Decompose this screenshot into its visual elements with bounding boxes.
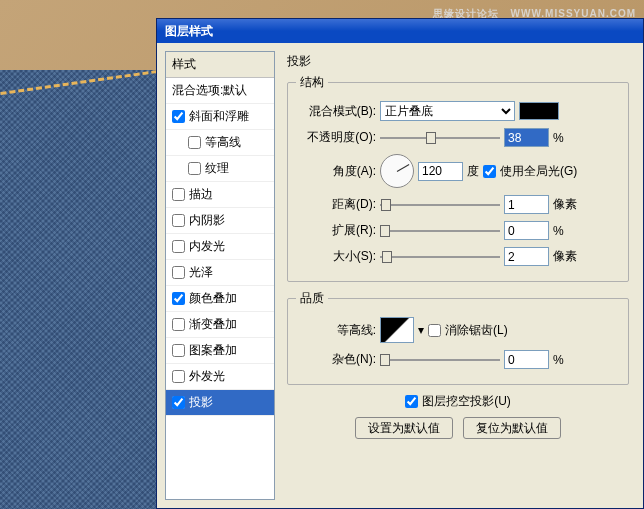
size-label: 大小(S): bbox=[296, 248, 376, 265]
style-item-label: 投影 bbox=[189, 394, 213, 411]
shadow-color-swatch[interactable] bbox=[519, 102, 559, 120]
size-input[interactable] bbox=[504, 247, 549, 266]
style-item-label: 内阴影 bbox=[189, 212, 225, 229]
style-item-5[interactable]: 内发光 bbox=[166, 234, 274, 260]
blend-options-label: 混合选项:默认 bbox=[172, 82, 247, 99]
opacity-slider[interactable] bbox=[380, 130, 500, 146]
style-checkbox[interactable] bbox=[172, 214, 185, 227]
blend-options-row[interactable]: 混合选项:默认 bbox=[166, 78, 274, 104]
style-checkbox[interactable] bbox=[172, 266, 185, 279]
antialias-label: 消除锯齿(L) bbox=[445, 322, 508, 339]
knockout-label: 图层挖空投影(U) bbox=[422, 393, 511, 410]
style-item-9[interactable]: 图案叠加 bbox=[166, 338, 274, 364]
style-item-label: 纹理 bbox=[205, 160, 229, 177]
style-item-label: 描边 bbox=[189, 186, 213, 203]
jean-texture bbox=[0, 70, 160, 509]
dialog-title: 图层样式 bbox=[165, 24, 213, 38]
opacity-unit: % bbox=[553, 131, 564, 145]
contour-picker[interactable] bbox=[380, 317, 414, 343]
dialog-content: 样式 混合选项:默认 斜面和浮雕等高线纹理描边内阴影内发光光泽颜色叠加渐变叠加图… bbox=[157, 43, 643, 508]
spread-input[interactable] bbox=[504, 221, 549, 240]
style-item-7[interactable]: 颜色叠加 bbox=[166, 286, 274, 312]
style-item-6[interactable]: 光泽 bbox=[166, 260, 274, 286]
angle-input[interactable] bbox=[418, 162, 463, 181]
size-slider[interactable] bbox=[380, 249, 500, 265]
distance-label: 距离(D): bbox=[296, 196, 376, 213]
knockout-checkbox[interactable]: 图层挖空投影(U) bbox=[405, 393, 511, 410]
panel-title: 投影 bbox=[287, 53, 629, 70]
chevron-down-icon[interactable]: ▾ bbox=[418, 323, 424, 337]
style-checkbox[interactable] bbox=[172, 344, 185, 357]
angle-dial[interactable] bbox=[380, 154, 414, 188]
style-item-label: 外发光 bbox=[189, 368, 225, 385]
styles-header[interactable]: 样式 bbox=[166, 52, 274, 78]
opacity-label: 不透明度(O): bbox=[296, 129, 376, 146]
make-default-button[interactable]: 设置为默认值 bbox=[355, 417, 453, 439]
layer-style-dialog: 图层样式 样式 混合选项:默认 斜面和浮雕等高线纹理描边内阴影内发光光泽颜色叠加… bbox=[156, 18, 644, 509]
spread-label: 扩展(R): bbox=[296, 222, 376, 239]
style-checkbox[interactable] bbox=[172, 110, 185, 123]
noise-label: 杂色(N): bbox=[296, 351, 376, 368]
style-item-11[interactable]: 投影 bbox=[166, 390, 274, 416]
angle-label: 角度(A): bbox=[296, 163, 376, 180]
style-item-label: 颜色叠加 bbox=[189, 290, 237, 307]
quality-legend: 品质 bbox=[296, 290, 328, 307]
quality-group: 品质 等高线: ▾ 消除锯齿(L) 杂色(N): % bbox=[287, 290, 629, 385]
style-item-label: 光泽 bbox=[189, 264, 213, 281]
style-checkbox[interactable] bbox=[172, 396, 185, 409]
size-unit: 像素 bbox=[553, 248, 577, 265]
global-light-checkbox[interactable]: 使用全局光(G) bbox=[483, 163, 577, 180]
noise-input[interactable] bbox=[504, 350, 549, 369]
style-item-4[interactable]: 内阴影 bbox=[166, 208, 274, 234]
styles-list: 样式 混合选项:默认 斜面和浮雕等高线纹理描边内阴影内发光光泽颜色叠加渐变叠加图… bbox=[165, 51, 275, 500]
style-item-label: 渐变叠加 bbox=[189, 316, 237, 333]
style-item-8[interactable]: 渐变叠加 bbox=[166, 312, 274, 338]
dialog-titlebar[interactable]: 图层样式 bbox=[157, 19, 643, 43]
global-light-input[interactable] bbox=[483, 165, 496, 178]
opacity-input[interactable] bbox=[504, 128, 549, 147]
knockout-input[interactable] bbox=[405, 395, 418, 408]
noise-unit: % bbox=[553, 353, 564, 367]
style-checkbox[interactable] bbox=[172, 240, 185, 253]
structure-legend: 结构 bbox=[296, 74, 328, 91]
style-checkbox[interactable] bbox=[172, 318, 185, 331]
spread-slider[interactable] bbox=[380, 223, 500, 239]
style-checkbox[interactable] bbox=[172, 370, 185, 383]
style-item-label: 等高线 bbox=[205, 134, 241, 151]
style-checkbox[interactable] bbox=[172, 188, 185, 201]
reset-default-button[interactable]: 复位为默认值 bbox=[463, 417, 561, 439]
structure-group: 结构 混合模式(B): 正片叠底 不透明度(O): % 角度(A): 度 bbox=[287, 74, 629, 282]
style-item-label: 斜面和浮雕 bbox=[189, 108, 249, 125]
style-checkbox[interactable] bbox=[188, 162, 201, 175]
antialias-checkbox[interactable]: 消除锯齿(L) bbox=[428, 322, 508, 339]
spread-unit: % bbox=[553, 224, 564, 238]
noise-slider[interactable] bbox=[380, 352, 500, 368]
style-checkbox[interactable] bbox=[188, 136, 201, 149]
distance-slider[interactable] bbox=[380, 197, 500, 213]
effect-panel: 投影 结构 混合模式(B): 正片叠底 不透明度(O): % 角度(A): bbox=[281, 51, 635, 500]
style-item-label: 内发光 bbox=[189, 238, 225, 255]
style-item-label: 图案叠加 bbox=[189, 342, 237, 359]
distance-unit: 像素 bbox=[553, 196, 577, 213]
style-item-2[interactable]: 纹理 bbox=[166, 156, 274, 182]
style-item-3[interactable]: 描边 bbox=[166, 182, 274, 208]
global-light-label: 使用全局光(G) bbox=[500, 163, 577, 180]
antialias-input[interactable] bbox=[428, 324, 441, 337]
contour-label: 等高线: bbox=[296, 322, 376, 339]
style-item-1[interactable]: 等高线 bbox=[166, 130, 274, 156]
style-checkbox[interactable] bbox=[172, 292, 185, 305]
distance-input[interactable] bbox=[504, 195, 549, 214]
blendmode-label: 混合模式(B): bbox=[296, 103, 376, 120]
style-item-10[interactable]: 外发光 bbox=[166, 364, 274, 390]
blendmode-select[interactable]: 正片叠底 bbox=[380, 101, 515, 121]
style-item-0[interactable]: 斜面和浮雕 bbox=[166, 104, 274, 130]
angle-unit: 度 bbox=[467, 163, 479, 180]
